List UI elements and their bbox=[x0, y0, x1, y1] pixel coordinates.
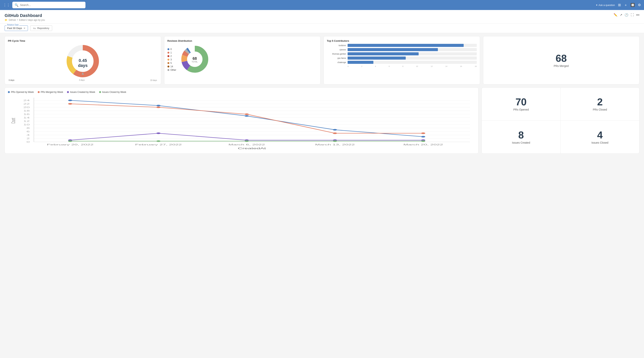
legend-dot-2 bbox=[168, 55, 169, 57]
legend-dot-other bbox=[168, 69, 169, 71]
svg-point-46 bbox=[333, 133, 337, 134]
notification-icon[interactable]: 🔲 bbox=[630, 3, 635, 7]
expand-icon[interactable]: ⛶ bbox=[631, 13, 634, 17]
reviews-distribution-card: Reviews Distribution 0 1 2 bbox=[164, 36, 321, 84]
date-filter-chip[interactable]: Past 30 Days ✕ bbox=[4, 25, 28, 31]
bar-fill-cjwooo bbox=[348, 48, 438, 51]
chart-legend: PRs Opened by Week PRs Merged by Week Is… bbox=[8, 91, 475, 93]
bar-label-chalenge: chalenge bbox=[327, 61, 346, 63]
legend-prs-opened: PRs Opened by Week bbox=[8, 91, 34, 93]
add-icon[interactable]: ＋ bbox=[624, 3, 628, 7]
svg-text:14: 14 bbox=[23, 117, 30, 119]
folder-icon: 📁 bbox=[4, 19, 8, 21]
legend-dot-prs-opened bbox=[8, 91, 10, 93]
svg-text:March 6, 2022: March 6, 2022 bbox=[228, 144, 265, 146]
reviews-donut: 68 TOTAL bbox=[180, 44, 210, 75]
legend-item-other: Other bbox=[168, 69, 176, 71]
bar-fill-tovbinm bbox=[348, 44, 464, 47]
svg-text:March 20, 2022: March 20, 2022 bbox=[404, 144, 443, 146]
topnav-right: ✦ Ask a question ⊞ ＋ 🔲 ⚙ bbox=[596, 3, 641, 7]
bar-row-cjwooo: cjwooo bbox=[327, 48, 477, 51]
reviews-total: 68 bbox=[192, 56, 198, 61]
cycle-time-value: 0.45 days bbox=[74, 58, 92, 68]
search-bar[interactable]: 🔍 bbox=[12, 2, 86, 8]
legend-dot-issues-closed bbox=[99, 91, 101, 93]
legend-dot-prs-merged bbox=[38, 91, 40, 93]
settings-icon[interactable]: ⚙ bbox=[638, 3, 641, 7]
legend-prs-merged: PRs Merged by Week bbox=[38, 91, 63, 93]
repo-filter-chip[interactable]: Aa Repository bbox=[30, 25, 52, 31]
bar-label-thomas: thomas-gerber bbox=[327, 53, 346, 55]
repo-filter-label: Repository bbox=[37, 27, 49, 30]
bar-fill-ypc bbox=[348, 56, 406, 60]
svg-point-39 bbox=[156, 105, 160, 106]
bar-track-cjwooo bbox=[348, 48, 477, 51]
grid-icon[interactable]: ⊞ bbox=[618, 3, 621, 7]
svg-point-54 bbox=[156, 140, 160, 142]
top-contributors-card: Top 5 Contributors tovbinm cjwooo thomas… bbox=[324, 36, 480, 84]
filter-bar: Relative Date Past 30 Days ✕ Aa Reposito… bbox=[0, 23, 644, 33]
svg-text:February 27, 2022: February 27, 2022 bbox=[135, 144, 182, 146]
topnav: ⋮⋮ 🔍 ✦ Ask a question ⊞ ＋ 🔲 ⚙ bbox=[0, 0, 644, 10]
date-filter-close[interactable]: ✕ bbox=[24, 27, 26, 30]
svg-point-38 bbox=[68, 100, 72, 101]
external-link-icon[interactable]: ↗ bbox=[620, 13, 622, 17]
legend-dot-3 bbox=[168, 59, 169, 61]
legend-item-2: 2 bbox=[168, 55, 176, 57]
svg-point-53 bbox=[68, 140, 72, 142]
bar-fill-thomas bbox=[348, 52, 418, 55]
legend-issues-created: Issues Created by Week bbox=[67, 91, 95, 93]
issues-closed-card: 4 Issues Closed bbox=[560, 121, 640, 154]
search-input[interactable] bbox=[20, 3, 83, 6]
svg-text:Count: Count bbox=[10, 118, 16, 124]
page-title: GitHub Dashboard bbox=[4, 13, 45, 18]
svg-point-42 bbox=[421, 136, 425, 138]
legend-item-1: 1 bbox=[168, 51, 176, 54]
clock-icon[interactable]: 🕐 bbox=[624, 13, 628, 17]
svg-point-45 bbox=[245, 113, 249, 115]
bottom-row: PRs Opened by Week PRs Merged by Week Is… bbox=[4, 87, 640, 154]
prs-opened-label: PRs Opened bbox=[513, 108, 529, 111]
prs-merged-value: 68 bbox=[556, 53, 567, 63]
svg-text:10: 10 bbox=[23, 123, 30, 126]
pr-cycle-time-title: PR Cycle Time bbox=[8, 39, 158, 42]
svg-text:2: 2 bbox=[26, 137, 30, 140]
svg-text:0: 0 bbox=[26, 141, 30, 143]
bar-track-ypc bbox=[348, 56, 477, 60]
legend-item-5: 5 bbox=[168, 62, 176, 64]
date-filter-value: Past 30 Days bbox=[7, 27, 22, 30]
plus-icon: ✦ bbox=[596, 4, 598, 6]
legend-dot-0 bbox=[168, 48, 169, 50]
date-filter-group: Relative Date Past 30 Days ✕ bbox=[4, 25, 28, 31]
page-meta: 📁 GitHub • Edited 2 days ago by you bbox=[4, 19, 45, 21]
bar-track-chalenge bbox=[348, 61, 477, 64]
svg-text:20: 20 bbox=[23, 106, 30, 108]
legend-item-14: 14 bbox=[168, 65, 176, 68]
svg-text:CreatedAt: CreatedAt bbox=[238, 147, 266, 150]
ask-question-button[interactable]: ✦ Ask a question bbox=[596, 4, 615, 6]
legend-item-0: 0 bbox=[168, 48, 176, 51]
cycle-label-1: 1 days bbox=[9, 79, 14, 81]
bar-label-cjwooo: cjwooo bbox=[327, 48, 346, 51]
reviews-title: Reviews Distribution bbox=[168, 39, 318, 42]
top-row: PR Cycle Time 0.45 days 0 days 10 days bbox=[4, 36, 640, 84]
svg-text:12: 12 bbox=[23, 120, 30, 122]
legend-dot-14 bbox=[168, 66, 169, 67]
more-options-icon[interactable]: ••• bbox=[636, 13, 640, 17]
svg-point-41 bbox=[333, 129, 337, 131]
bar-track-tovbinm bbox=[348, 44, 477, 47]
issues-created-card: 8 Issues Created bbox=[482, 121, 560, 154]
bar-axis: 0 2 4 6 8 10 12 14 16 18 bbox=[327, 65, 477, 67]
svg-text:6: 6 bbox=[26, 130, 30, 133]
apps-icon[interactable]: ⋮⋮ bbox=[3, 3, 10, 7]
edit-icon[interactable]: ✏️ bbox=[614, 13, 618, 17]
prs-closed-label: PRs Closed bbox=[593, 108, 607, 111]
svg-text:4: 4 bbox=[26, 134, 30, 136]
bar-label-ypc: ypc-faros bbox=[327, 57, 346, 59]
line-chart-svg: 0 2 4 6 8 10 12 14 16 18 20 22 24 bbox=[8, 96, 475, 150]
svg-text:22: 22 bbox=[23, 103, 30, 105]
svg-text:8: 8 bbox=[26, 127, 30, 129]
main-content: PR Cycle Time 0.45 days 0 days 10 days bbox=[0, 33, 644, 157]
reviews-total-label: TOTAL bbox=[192, 61, 198, 63]
stats-grid: 70 PRs Opened 2 PRs Closed 8 Issues Crea… bbox=[482, 87, 640, 154]
